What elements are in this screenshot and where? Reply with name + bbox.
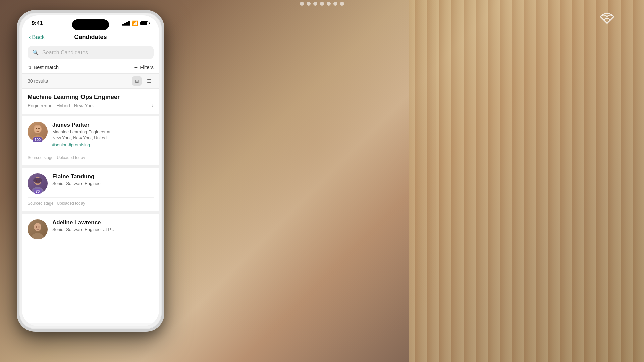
candidate-name: Elaine Tandung	[52, 173, 154, 180]
candidate-role: Senior Software Engineer at P...	[52, 227, 154, 232]
status-icons: 📶	[122, 20, 150, 26]
sort-icon: ⇅	[28, 65, 32, 70]
results-header: 30 results ⊞ ☰	[22, 73, 159, 89]
back-chevron-icon: ‹	[29, 34, 31, 40]
candidate-card[interactable]: 100 James Parker Machine Learning Engine…	[22, 116, 159, 168]
job-meta: Engineering · Hybrid · New York	[28, 103, 94, 108]
back-button[interactable]: ‹ Back	[29, 34, 45, 41]
svg-point-8	[36, 180, 37, 182]
candidate-name: Adeline Lawrence	[52, 219, 154, 226]
list-view-button[interactable]: ☰	[144, 76, 154, 86]
wifi-icon: 📶	[132, 20, 138, 26]
background-slats	[409, 0, 644, 362]
svg-point-13	[38, 226, 40, 228]
avatar	[28, 219, 48, 239]
candidate-name: James Parker	[52, 122, 154, 128]
results-count: 30 results	[28, 78, 48, 84]
candidate-info: James Parker Machine Learning Engineer a…	[52, 122, 154, 147]
score-badge: 100	[33, 137, 43, 142]
search-container: 🔍 Search Candidates	[22, 43, 159, 63]
page-title: Candidates	[74, 34, 107, 41]
job-section[interactable]: Machine Learning Ops Engineer Engineerin…	[22, 89, 159, 116]
avatar-wrap	[28, 219, 48, 239]
candidate-info: Adeline Lawrence Senior Software Enginee…	[52, 219, 154, 233]
candidate-card[interactable]: 70 Elaine Tandung Senior Software Engine…	[22, 168, 159, 214]
candidate-location: New York, New York, United...	[52, 135, 154, 140]
candidate-info: Elaine Tandung Senior Software Engineer	[52, 173, 154, 187]
svg-point-3	[36, 128, 37, 129]
filter-icon: ≣	[134, 65, 138, 70]
sort-label: Best match	[34, 64, 59, 70]
dynamic-island	[72, 19, 109, 30]
view-toggle: ⊞ ☰	[132, 76, 154, 86]
search-input[interactable]: Search Candidates	[42, 50, 88, 56]
nav-bar: ‹ Back Candidates	[22, 29, 159, 43]
candidate-card[interactable]: Adeline Lawrence Senior Software Enginee…	[22, 214, 159, 245]
svg-point-10	[32, 233, 44, 239]
svg-point-12	[36, 226, 37, 228]
brand-logo	[597, 10, 617, 34]
candidate-tags: #senior #promising	[52, 142, 154, 147]
svg-point-4	[38, 128, 40, 129]
filters-button[interactable]: ≣ Filters	[134, 64, 154, 70]
svg-point-9	[38, 180, 40, 182]
battery-icon	[140, 21, 150, 25]
tag-promising: #promising	[69, 142, 90, 147]
avatar-wrap: 100	[28, 122, 48, 142]
ceiling-light	[300, 2, 344, 6]
filters-label: Filters	[140, 64, 154, 70]
job-chevron-icon: ›	[152, 102, 154, 109]
back-label[interactable]: Back	[32, 34, 45, 41]
candidate-role: Machine Learning Engineer at...	[52, 129, 154, 134]
list-icon: ☰	[147, 78, 151, 84]
search-icon: 🔍	[32, 49, 39, 56]
best-match-button[interactable]: ⇅ Best match	[28, 64, 59, 70]
svg-point-7	[33, 178, 42, 183]
signal-icon	[122, 21, 130, 26]
candidate-stage: Sourced stage · Uploaded today	[28, 152, 154, 160]
candidate-stage: Sourced stage · Uploaded today	[28, 197, 154, 206]
job-title: Machine Learning Ops Engineer	[28, 94, 154, 101]
status-time: 9:41	[32, 20, 43, 27]
grid-icon: ⊞	[135, 78, 139, 84]
grid-view-button[interactable]: ⊞	[132, 76, 142, 86]
background-person	[134, 0, 436, 362]
candidate-role: Senior Software Engineer	[52, 181, 154, 186]
phone-frame: 9:41 📶	[17, 10, 164, 332]
search-bar[interactable]: 🔍 Search Candidates	[28, 46, 154, 59]
score-badge: 70	[34, 189, 42, 194]
avatar-wrap: 70	[28, 173, 48, 193]
tag-senior: #senior	[52, 142, 67, 147]
filter-row: ⇅ Best match ≣ Filters	[22, 63, 159, 73]
